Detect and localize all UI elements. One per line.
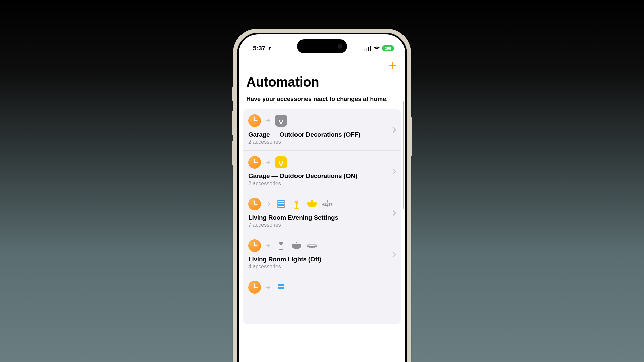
clock-icon — [248, 239, 261, 252]
screen-content: Automation Have your accessories react t… — [239, 34, 405, 362]
automation-subtitle: 2 accessories — [248, 180, 396, 187]
dynamic-island — [297, 39, 347, 53]
status-right: 100 — [364, 45, 394, 51]
automation-icons — [248, 198, 396, 210]
arrow-right-icon — [264, 283, 272, 291]
automation-row[interactable]: Living Room Lights (Off) 4 accessories — [243, 234, 401, 275]
automation-icons — [248, 239, 396, 252]
page-title: Automation — [246, 74, 398, 90]
outlet-on-icon — [275, 156, 287, 168]
svg-rect-7 — [296, 204, 297, 208]
svg-point-11 — [322, 204, 324, 205]
accessory-icon — [275, 281, 287, 293]
scroll-indicator — [403, 101, 404, 209]
silence-switch — [232, 87, 234, 101]
add-automation-button[interactable] — [388, 60, 398, 70]
automation-subtitle: 4 accessories — [248, 264, 396, 270]
chandelier-off-icon — [321, 198, 333, 210]
automation-icons — [248, 156, 396, 169]
chandelier-off-icon — [306, 240, 318, 252]
cellular-icon — [364, 46, 371, 51]
chevron-right-icon — [392, 168, 396, 174]
plus-icon — [388, 61, 397, 70]
svg-rect-9 — [311, 200, 313, 202]
svg-point-13 — [326, 205, 328, 207]
phone-screen: 5:37 100 — [239, 34, 405, 362]
automation-subtitle: 2 accessories — [248, 139, 396, 145]
automation-row[interactable] — [243, 275, 401, 324]
arrow-right-icon — [264, 117, 272, 124]
svg-rect-4 — [278, 207, 284, 208]
wifi-icon — [374, 46, 380, 51]
automation-row[interactable]: Garage — Outdoor Decorations (OFF) 2 acc… — [243, 109, 401, 151]
nav-bar — [239, 58, 405, 72]
outlet-off-icon — [275, 115, 287, 127]
automation-icons — [248, 281, 396, 294]
svg-point-25 — [309, 246, 311, 248]
page-header: Automation — [239, 72, 405, 90]
automation-icons — [248, 114, 396, 127]
ceiling-light-off-icon — [290, 240, 303, 252]
status-left: 5:37 — [253, 45, 272, 52]
svg-rect-2 — [278, 204, 284, 205]
automation-row[interactable]: Garage — Outdoor Decorations (ON) 2 acce… — [243, 151, 401, 192]
phone-frame: 5:37 100 — [233, 29, 411, 362]
svg-rect-1 — [278, 202, 284, 203]
floor-lamp-on-icon — [290, 198, 303, 210]
automation-title: Living Room Evening Settings — [248, 214, 396, 221]
phone-bezel: 5:37 100 — [237, 33, 407, 362]
page-subtitle: Have your accessories react to changes a… — [239, 90, 405, 109]
arrow-right-icon — [264, 159, 272, 166]
automation-title: Garage — Outdoor Decorations (OFF) — [248, 131, 396, 138]
svg-rect-10 — [327, 200, 328, 203]
svg-rect-23 — [312, 242, 312, 244]
status-time: 5:37 — [253, 45, 265, 52]
automation-subtitle: 7 accessories — [248, 222, 396, 228]
chevron-right-icon — [392, 127, 396, 133]
volume-up-button — [232, 111, 234, 135]
chevron-right-icon — [392, 210, 396, 216]
arrow-right-icon — [264, 200, 272, 208]
svg-point-26 — [311, 246, 313, 248]
svg-rect-0 — [278, 200, 284, 201]
svg-rect-33 — [278, 284, 284, 286]
power-button — [410, 117, 412, 156]
arrow-right-icon — [264, 242, 272, 249]
chevron-right-icon — [392, 252, 396, 258]
svg-rect-34 — [278, 287, 284, 289]
automation-title: Garage — Outdoor Decorations (ON) — [248, 172, 396, 180]
ceiling-light-on-icon — [306, 198, 318, 210]
blinds-icon — [275, 198, 287, 210]
svg-rect-3 — [278, 205, 284, 206]
svg-rect-8 — [294, 208, 299, 209]
automation-list: Garage — Outdoor Decorations (OFF) 2 acc… — [243, 109, 401, 324]
svg-point-14 — [329, 204, 330, 206]
location-icon — [267, 46, 272, 51]
svg-rect-21 — [279, 249, 283, 250]
svg-rect-20 — [281, 245, 281, 249]
automation-title: Living Room Lights (Off) — [248, 256, 396, 263]
svg-rect-22 — [296, 242, 297, 243]
clock-icon — [248, 198, 261, 210]
floor-lamp-off-icon — [275, 240, 287, 252]
volume-down-button — [232, 141, 234, 165]
clock-icon — [248, 156, 261, 169]
svg-point-28 — [315, 245, 317, 247]
clock-icon — [248, 114, 261, 127]
svg-point-24 — [307, 245, 309, 247]
svg-point-12 — [324, 204, 326, 206]
battery-icon: 100 — [382, 45, 394, 51]
clock-icon — [248, 281, 261, 294]
battery-level: 100 — [385, 46, 391, 50]
svg-point-27 — [313, 246, 315, 248]
automation-row[interactable]: Living Room Evening Settings 7 accessori… — [243, 192, 401, 234]
svg-point-15 — [331, 204, 332, 205]
